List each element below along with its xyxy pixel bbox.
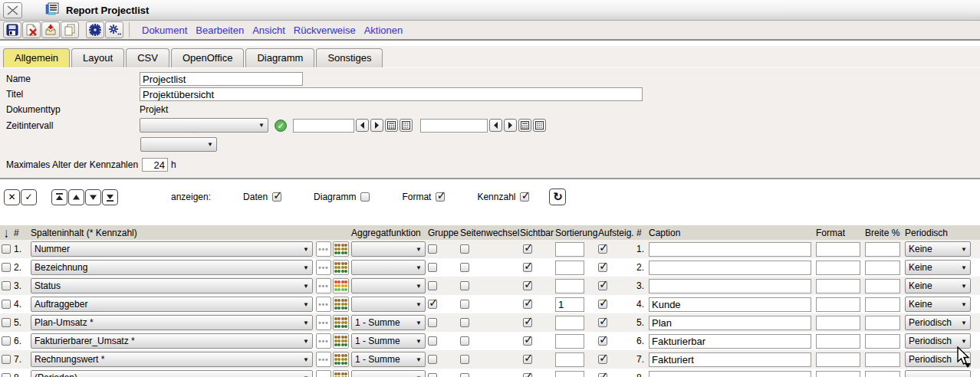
seitenwechsel-checkbox[interactable] [460, 355, 469, 364]
import-button[interactable] [41, 21, 60, 38]
tab-layout[interactable]: Layout [71, 48, 124, 67]
sortierung-input[interactable] [555, 334, 584, 349]
move-down-button[interactable] [85, 189, 101, 205]
breite-input[interactable] [865, 352, 900, 367]
ellipsis-button[interactable]: ••• [316, 241, 331, 257]
row-select-checkbox[interactable] [2, 318, 11, 327]
aggregate-select[interactable]: ▼ [351, 278, 426, 293]
date-to-calendar-button[interactable] [518, 119, 531, 132]
column-content-select[interactable]: Bezeichnung▼ [31, 260, 313, 275]
periodisch-select[interactable]: Keine▼ [905, 241, 971, 257]
sortierung-input[interactable] [555, 371, 584, 377]
periodisch-select[interactable]: Periodisch▼ [905, 315, 971, 330]
color-grid-icon[interactable] [333, 315, 349, 330]
aggregate-select[interactable]: ▼ [351, 297, 426, 312]
gruppe-checkbox[interactable] [428, 318, 437, 327]
periodisch-select[interactable]: Periodisch▼ [905, 333, 971, 349]
aufsteig-checkbox[interactable] [598, 281, 607, 290]
gear-small-button[interactable] [105, 21, 123, 38]
tab-csv[interactable]: CSV [126, 48, 169, 67]
format-input[interactable] [816, 352, 860, 367]
menu-ansicht[interactable]: Ansicht [252, 25, 285, 36]
breite-input[interactable] [865, 371, 900, 377]
breite-input[interactable] [865, 316, 900, 330]
row-select-checkbox[interactable] [2, 355, 11, 364]
gruppe-checkbox[interactable] [428, 300, 437, 309]
sichtbar-checkbox[interactable] [523, 244, 532, 254]
caption-input[interactable] [649, 334, 811, 349]
breite-input[interactable] [865, 261, 900, 275]
format-checkbox[interactable] [436, 192, 445, 202]
sortierung-input[interactable] [555, 279, 584, 293]
seitenwechsel-checkbox[interactable] [460, 300, 469, 309]
color-grid-icon[interactable] [333, 278, 349, 293]
seitenwechsel-checkbox[interactable] [460, 318, 469, 327]
caption-input[interactable] [649, 297, 811, 312]
breite-input[interactable] [865, 242, 900, 257]
periodisch-select[interactable]: Keine▼ [905, 297, 971, 312]
sichtbar-checkbox[interactable] [523, 336, 532, 346]
name-field[interactable] [140, 72, 303, 86]
save-button[interactable] [3, 21, 21, 38]
close-button[interactable] [3, 2, 22, 18]
sortierung-input[interactable] [555, 261, 584, 275]
format-input[interactable] [816, 297, 860, 312]
titel-field[interactable] [140, 87, 643, 101]
color-grid-icon[interactable] [333, 260, 349, 275]
gruppe-checkbox[interactable] [428, 263, 437, 272]
sort-direction-icon[interactable]: ↓ [4, 225, 9, 241]
date-to-calendar2-button[interactable] [533, 119, 546, 132]
caption-input[interactable] [649, 279, 811, 293]
periodisch-select[interactable]: Periodisch▼ [905, 352, 971, 367]
zeitintervall-unit-select[interactable]: ▼ [140, 137, 217, 152]
ellipsis-button[interactable]: ••• [316, 297, 331, 312]
gruppe-checkbox[interactable] [428, 244, 437, 254]
breite-input[interactable] [865, 279, 900, 293]
row-select-checkbox[interactable] [2, 336, 11, 346]
aggregate-select[interactable]: 1 - Summe▼ [351, 352, 426, 367]
sortierung-input[interactable] [555, 352, 584, 367]
seitenwechsel-checkbox[interactable] [460, 263, 469, 272]
column-content-select[interactable]: Status▼ [31, 278, 313, 293]
ellipsis-button[interactable]: ••• [316, 352, 331, 367]
format-input[interactable] [816, 334, 860, 349]
seitenwechsel-checkbox[interactable] [460, 373, 469, 377]
row-select-checkbox[interactable] [2, 281, 11, 290]
date-from-calendar2-button[interactable] [400, 119, 413, 132]
ellipsis-button[interactable]: ••• [316, 315, 331, 330]
date-from-input[interactable] [293, 119, 354, 133]
deselect-all-button[interactable]: ✕ [4, 189, 20, 205]
sortierung-input[interactable] [555, 242, 584, 257]
gear-button[interactable] [86, 21, 104, 38]
caption-input[interactable] [649, 352, 811, 367]
ellipsis-button[interactable]: ••• [316, 370, 331, 377]
move-top-button[interactable] [51, 189, 67, 205]
seitenwechsel-checkbox[interactable] [460, 244, 469, 254]
aggregate-select[interactable]: ▼ [351, 370, 426, 377]
daten-checkbox[interactable] [272, 192, 281, 202]
zeitintervall-select[interactable]: ▼ [140, 118, 268, 133]
aggregate-select[interactable]: ▼ [351, 241, 426, 257]
aufsteig-checkbox[interactable] [598, 300, 607, 309]
aufsteig-checkbox[interactable] [598, 355, 607, 364]
row-select-checkbox[interactable] [2, 373, 11, 377]
format-input[interactable] [816, 371, 860, 377]
diagramm-checkbox[interactable] [360, 192, 370, 202]
move-up-button[interactable] [68, 189, 84, 205]
aufsteig-checkbox[interactable] [598, 373, 607, 377]
date-from-prev-button[interactable] [356, 119, 369, 132]
color-grid-icon[interactable] [333, 333, 349, 349]
max-alter-input[interactable] [142, 158, 168, 172]
caption-input[interactable] [649, 261, 811, 275]
ellipsis-button[interactable]: ••• [316, 260, 331, 275]
aufsteig-checkbox[interactable] [598, 336, 607, 346]
color-grid-icon[interactable] [333, 352, 349, 367]
row-select-checkbox[interactable] [2, 244, 11, 254]
sortierung-input[interactable] [555, 316, 584, 330]
color-grid-icon[interactable] [333, 241, 349, 257]
breite-input[interactable] [865, 334, 900, 349]
column-content-select[interactable]: Rechnungswert *▼ [31, 352, 313, 367]
aufsteig-checkbox[interactable] [598, 244, 607, 254]
gruppe-checkbox[interactable] [428, 373, 437, 377]
sichtbar-checkbox[interactable] [523, 263, 532, 272]
